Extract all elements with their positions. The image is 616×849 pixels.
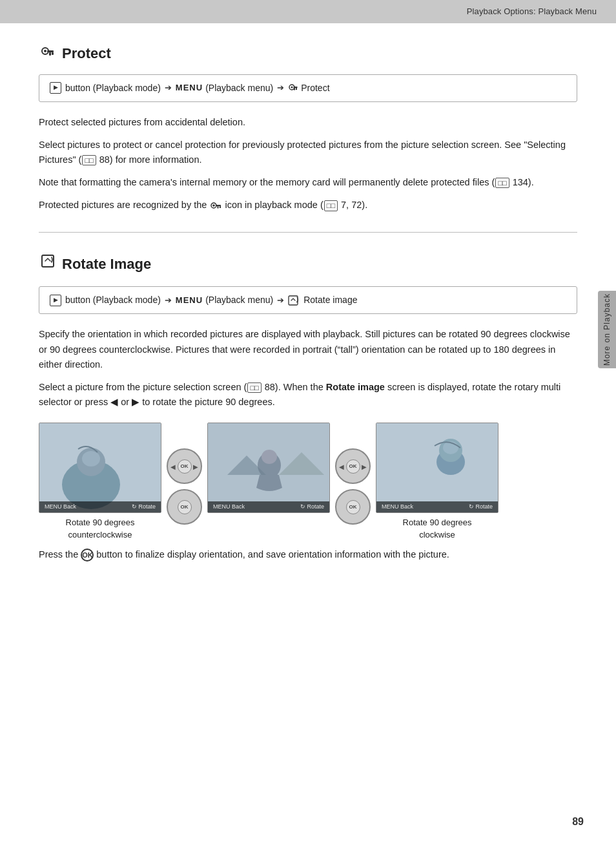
rotate-nav-arrow2: ➔ — [277, 294, 284, 307]
rotary-inner-right: OK — [346, 459, 360, 474]
caption-right-line1: Rotate 90 degrees — [403, 518, 472, 527]
screen-rotate-middle: ↻ Rotate — [300, 503, 324, 512]
protect-para1: Protect selected pictures from accidenta… — [39, 115, 577, 130]
rotary-arrow-right-r: ▶ — [362, 461, 367, 471]
rotate-nav-menu-label: MENU — [176, 294, 203, 307]
svg-rect-16 — [289, 296, 298, 305]
svg-rect-6 — [294, 87, 298, 88]
rotary-button-right: ◀ OK ▶ — [335, 448, 371, 484]
screen-left: Rotate image MENU Back ↻ Ro — [39, 423, 161, 513]
protect-para2: Select pictures to protect or cancel pro… — [39, 138, 577, 167]
playback-mode-icon — [50, 82, 61, 94]
caption-left: Rotate 90 degrees counterclockwise — [66, 517, 135, 540]
rotary-left: ◀ OK ▶ OK — [161, 429, 207, 525]
protect-nav-protect-label: Protect — [301, 81, 329, 95]
ref-box-134: □□ — [495, 178, 509, 188]
rotate-small-icon — [288, 295, 301, 306]
caption-right-line2: clockwise — [419, 530, 455, 540]
ok-button-icon: OK — [81, 549, 94, 561]
rotary-button-left2: OK — [167, 489, 202, 525]
svg-point-14 — [213, 205, 216, 207]
rotate-images-row: Rotate image MENU Back ↻ Ro — [39, 423, 577, 540]
protect-nav-arrow2: ➔ — [277, 81, 284, 94]
rotate-nav-button-text: button (Playback mode) — [65, 293, 161, 307]
rotary-button-right2: OK — [335, 489, 371, 525]
protect-small-icon — [288, 83, 298, 93]
svg-rect-1 — [47, 50, 54, 52]
protect-icon — [39, 44, 57, 62]
rotate-para1: Specify the orientation in which recorde… — [39, 327, 577, 372]
screen-image-left — [39, 423, 161, 512]
rotate-para2: Select a picture from the picture select… — [39, 380, 577, 410]
rotary-inner-right2: OK — [346, 500, 360, 514]
screen-right: Rotate image MENU Back ↻ Ro — [376, 423, 498, 513]
rotate-icon — [39, 252, 57, 276]
svg-rect-8 — [294, 88, 295, 90]
caption-left-line2: counterclockwise — [68, 530, 132, 540]
rotate-nav-box: button (Playback mode) ➔ MENU (Playback … — [39, 286, 577, 314]
protect-para4: Protected pictures are recognized by the… — [39, 198, 577, 213]
svg-rect-24 — [376, 423, 498, 512]
screen-rotate-right: ↻ Rotate — [469, 503, 493, 512]
svg-point-9 — [291, 87, 293, 89]
caption-right: Rotate 90 degrees clockwise — [403, 517, 472, 540]
ref-box-88a: □□ — [82, 155, 96, 165]
rotary-arrow-right-l: ▶ — [193, 461, 198, 471]
rotate-image-bold: Rotate image — [326, 382, 385, 392]
rotary-ok-right2: OK — [349, 503, 357, 511]
rotate-nav-label: Rotate image — [303, 293, 357, 307]
rotary-button-left: ◀ OK ▶ — [167, 448, 202, 484]
rotary-inner-left: OK — [178, 459, 192, 474]
svg-point-23 — [262, 450, 277, 464]
protect-nav-box: button (Playback mode) ➔ MENU (Playback … — [39, 74, 577, 102]
svg-rect-11 — [216, 205, 221, 206]
svg-rect-13 — [218, 206, 219, 209]
page-header: Playback Options: Playback Menu — [0, 0, 616, 23]
section-divider — [39, 232, 577, 233]
svg-point-20 — [82, 451, 100, 466]
main-content: Protect button (Playback mode) ➔ MENU (P… — [0, 23, 616, 589]
rotate-title: Rotate Image — [39, 252, 577, 276]
screen-image-right — [376, 423, 498, 512]
image-block-middle: Rotate image — [207, 423, 330, 529]
ref-box-88b: □□ — [247, 383, 261, 393]
page-number: 89 — [572, 814, 584, 830]
protect-nav-arrow1: ➔ — [165, 81, 172, 94]
screen-bottom-left: MENU Back ↻ Rotate — [39, 501, 161, 513]
rotary-ok-right: OK — [349, 463, 357, 470]
svg-rect-3 — [49, 52, 51, 56]
rotate-nav-arrow1: ➔ — [165, 294, 172, 307]
svg-rect-12 — [220, 206, 221, 208]
protect-nav-button-text: button (Playback mode) — [65, 81, 161, 95]
protect-inline-icon — [209, 200, 222, 211]
screen-image-middle — [208, 423, 329, 512]
caption-middle — [267, 517, 270, 529]
screen-back-left: MENU Back — [45, 503, 76, 512]
protect-nav-menu-sub: (Playback menu) — [205, 81, 273, 95]
rotary-ok-left: OK — [181, 463, 189, 470]
rotate-section: Rotate Image button (Playback mode) ➔ ME… — [39, 252, 577, 562]
screen-back-right: MENU Back — [382, 503, 413, 512]
svg-rect-2 — [52, 52, 54, 55]
caption-left-line1: Rotate 90 degrees — [66, 518, 135, 527]
ref-box-7-72: □□ — [324, 200, 338, 211]
image-block-left: Rotate image MENU Back ↻ Ro — [39, 423, 161, 540]
screen-back-middle: MENU Back — [213, 503, 245, 512]
rotate-nav-menu-sub: (Playback menu) — [205, 293, 273, 307]
rotary-right: ◀ OK ▶ OK — [330, 429, 376, 525]
header-text: Playback Options: Playback Menu — [467, 6, 597, 16]
sidebar-label: More on Playback — [601, 293, 613, 366]
screen-bottom-right: MENU Back ↻ Rotate — [376, 501, 498, 513]
rotate-playback-icon — [50, 295, 61, 306]
protect-section: Protect button (Playback mode) ➔ MENU (P… — [39, 43, 577, 213]
sidebar-tab: More on Playback — [598, 291, 616, 368]
protect-title-text: Protect — [62, 43, 111, 64]
protect-title: Protect — [39, 43, 577, 64]
rotate-title-text: Rotate Image — [62, 253, 151, 275]
protect-para3: Note that formatting the camera's intern… — [39, 175, 577, 190]
protect-nav-menu-label: MENU — [176, 81, 203, 94]
screen-middle: Rotate image — [207, 423, 330, 513]
screen-bottom-middle: MENU Back ↻ Rotate — [208, 501, 329, 513]
rotary-inner-left2: OK — [178, 500, 192, 514]
svg-rect-7 — [296, 88, 297, 90]
